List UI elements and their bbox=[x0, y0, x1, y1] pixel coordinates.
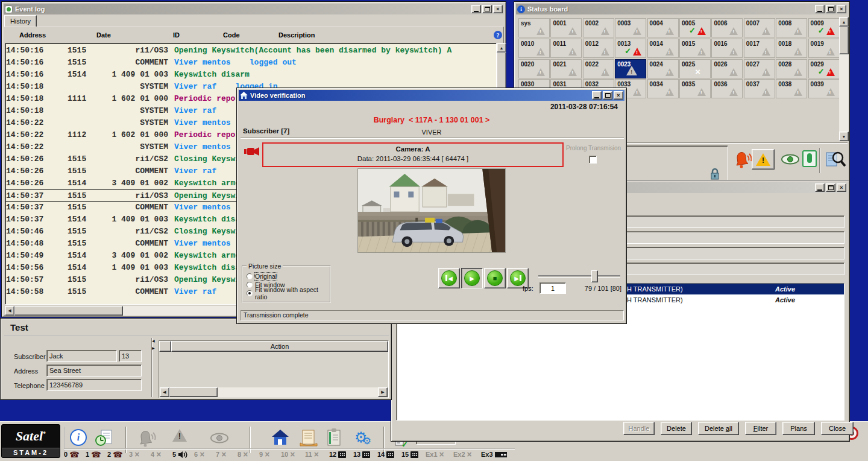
maximize-button[interactable] bbox=[482, 5, 492, 13]
channel-12[interactable]: 12 bbox=[329, 451, 353, 458]
house-icon[interactable] bbox=[271, 429, 289, 446]
maximize-button[interactable] bbox=[826, 5, 835, 13]
channel-2[interactable]: 2☎ bbox=[107, 451, 129, 459]
channel-Ex3[interactable]: Ex3 bbox=[481, 451, 515, 458]
status-board-titlebar[interactable]: i Status board × bbox=[516, 4, 848, 14]
status-cell-0003[interactable]: 0003! bbox=[615, 18, 646, 37]
status-cell-0009[interactable]: 0009✓! bbox=[808, 18, 840, 37]
channel-Ex1[interactable]: Ex1× bbox=[426, 450, 453, 459]
subscriber-field[interactable]: Jack bbox=[46, 350, 117, 362]
scroll-down-icon[interactable]: ▼ bbox=[839, 132, 849, 141]
eye-icon[interactable] bbox=[781, 154, 800, 166]
status-cell-0037[interactable]: 0037! bbox=[744, 79, 775, 98]
scroll-left-icon[interactable]: ◀ bbox=[160, 387, 169, 397]
status-cell-0018[interactable]: 0018! bbox=[776, 39, 807, 58]
minimize-button[interactable] bbox=[471, 5, 481, 13]
clipboard-icon[interactable] bbox=[327, 428, 341, 446]
channel-9[interactable]: 9× bbox=[259, 450, 281, 459]
minimize-button[interactable] bbox=[592, 91, 602, 100]
tab-history[interactable]: History bbox=[4, 15, 37, 27]
status-cell-0013[interactable]: 0013✓! bbox=[615, 39, 646, 58]
action-column-header[interactable]: Action bbox=[171, 341, 388, 352]
channel-15[interactable]: 15 bbox=[401, 451, 426, 458]
channel-6[interactable]: 6× bbox=[194, 450, 216, 459]
status-cell-0023[interactable]: 0023! bbox=[615, 59, 646, 78]
address-field[interactable]: Sea Street bbox=[46, 364, 142, 377]
status-cell-0028[interactable]: 0028! bbox=[776, 59, 807, 78]
status-cell-0039[interactable]: 0039! bbox=[808, 79, 840, 98]
report-icon[interactable] bbox=[299, 429, 318, 447]
status-cell-sys[interactable]: sys! bbox=[518, 18, 550, 37]
maximize-button[interactable] bbox=[826, 183, 835, 192]
event-log-row[interactable]: 14:50:1615141 409 01 003Keyswitch disarm bbox=[5, 69, 496, 81]
channel-Ex2[interactable]: Ex2× bbox=[453, 450, 481, 459]
channel-10[interactable]: 10× bbox=[281, 450, 305, 459]
scrollbar-thumb[interactable] bbox=[169, 387, 218, 397]
channel-8[interactable]: 8× bbox=[237, 450, 259, 459]
status-cell-0026[interactable]: 0026! bbox=[711, 59, 743, 78]
splitter-right-icon[interactable]: ▶ bbox=[152, 346, 155, 350]
gears-icon[interactable]: ⚙⚙ bbox=[350, 427, 376, 448]
status-cell-0005[interactable]: 0005✓! bbox=[679, 18, 711, 37]
channel-3[interactable]: 3× bbox=[129, 450, 151, 459]
column-header-code[interactable]: Code bbox=[223, 31, 240, 39]
warning-triangle-icon[interactable]: ! bbox=[752, 149, 775, 170]
camera-info-bar[interactable]: Camera: A Data: 2011-03-29 06:35:44 [ 64… bbox=[262, 142, 564, 167]
close-icon[interactable]: × bbox=[493, 5, 503, 13]
event-log-titlebar[interactable]: Event log × bbox=[4, 4, 504, 14]
door-icon[interactable] bbox=[802, 150, 817, 167]
scroll-right-icon[interactable]: ▶ bbox=[378, 387, 388, 397]
status-cell-0004[interactable]: 0004! bbox=[647, 18, 679, 37]
status-cell-0007[interactable]: 0007! bbox=[744, 18, 775, 37]
status-cell-0024[interactable]: 0024! bbox=[647, 59, 679, 78]
channel-5[interactable]: 5 bbox=[172, 451, 194, 459]
status-cell-0020[interactable]: 0020! bbox=[518, 59, 550, 78]
play-button[interactable]: ▶ bbox=[461, 268, 483, 288]
close-icon[interactable]: × bbox=[837, 5, 846, 13]
history-clock-icon[interactable] bbox=[94, 429, 113, 447]
status-cell-0016[interactable]: 0016! bbox=[711, 39, 743, 58]
minimize-button[interactable] bbox=[815, 183, 825, 192]
status-cell-0038[interactable]: 0038! bbox=[776, 79, 807, 98]
step-back-button[interactable]: ◀ bbox=[438, 268, 460, 288]
status-cell-0012[interactable]: 0012! bbox=[583, 39, 614, 58]
fps-input[interactable] bbox=[539, 282, 566, 294]
action-list-corner-header[interactable] bbox=[159, 341, 171, 352]
help-icon[interactable]: ? bbox=[494, 31, 502, 39]
status-scrollbar[interactable]: ▲ ▼ bbox=[839, 17, 849, 141]
status-cell-0001[interactable]: 0001! bbox=[550, 18, 582, 37]
telephone-field[interactable]: 123456789 bbox=[46, 379, 142, 391]
stop-button[interactable]: ■ bbox=[484, 268, 506, 288]
channel-13[interactable]: 13 bbox=[353, 451, 377, 458]
event-log-row[interactable]: 14:50:161515COMMENTViver mentos logged o… bbox=[5, 57, 496, 69]
frame-slider-handle[interactable] bbox=[591, 270, 598, 282]
channel-4[interactable]: 4× bbox=[151, 450, 172, 459]
search-icon[interactable] bbox=[825, 149, 847, 171]
channel-14[interactable]: 14 bbox=[377, 451, 401, 458]
close-button[interactable]: Close bbox=[821, 422, 854, 435]
status-cell-0034[interactable]: 0034! bbox=[647, 79, 679, 98]
close-icon[interactable]: × bbox=[837, 183, 846, 192]
channel-1[interactable]: 1☎ bbox=[86, 451, 107, 459]
subscriber-number-field[interactable]: 13 bbox=[119, 350, 142, 362]
status-cell-0022[interactable]: 0022! bbox=[583, 59, 614, 78]
prolong-transmission-checkbox[interactable] bbox=[589, 156, 597, 164]
delete-button[interactable]: Delete bbox=[661, 422, 692, 435]
status-cell-0010[interactable]: 0010! bbox=[518, 39, 550, 58]
channel-0[interactable]: 0☎ bbox=[64, 451, 86, 459]
channel-7[interactable]: 7× bbox=[216, 450, 237, 459]
scrollbar-thumb[interactable] bbox=[14, 306, 123, 316]
info-icon[interactable]: i bbox=[70, 429, 87, 446]
status-cell-0015[interactable]: 0015! bbox=[679, 39, 711, 58]
delete-all-button[interactable]: Delete all bbox=[698, 422, 739, 435]
maximize-button[interactable] bbox=[603, 91, 612, 100]
scrollbar-thumb[interactable] bbox=[839, 27, 849, 54]
column-header-address[interactable]: Address bbox=[19, 31, 46, 39]
status-cell-0019[interactable]: 0019! bbox=[808, 39, 840, 58]
status-cell-0002[interactable]: 0002! bbox=[583, 18, 614, 37]
column-header-id[interactable]: ID bbox=[173, 31, 180, 39]
column-header-date[interactable]: Date bbox=[96, 31, 111, 39]
minimize-button[interactable] bbox=[815, 5, 825, 13]
status-cell-0011[interactable]: 0011! bbox=[550, 39, 582, 58]
plans-button[interactable]: Plans bbox=[782, 422, 815, 435]
